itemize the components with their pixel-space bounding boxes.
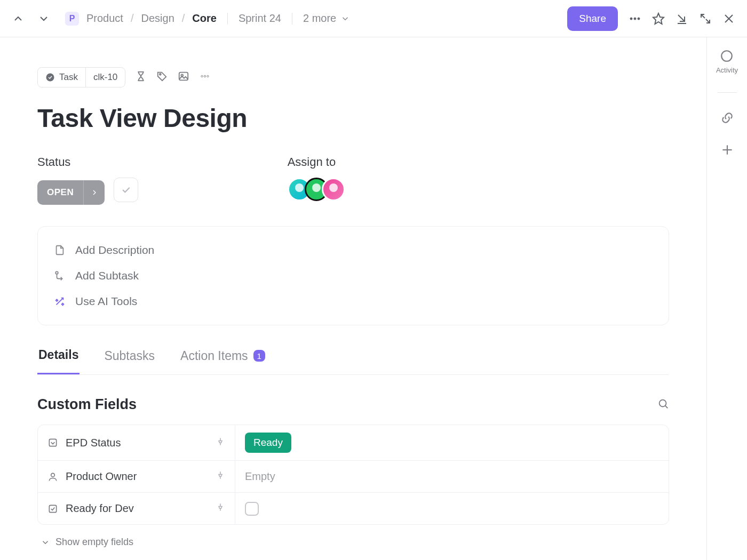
- svg-line-4: [678, 15, 685, 21]
- custom-fields-table: EPD Status Ready Product Owner Empty Rea…: [37, 425, 669, 525]
- nav-next-icon[interactable]: [37, 12, 50, 25]
- more-icon[interactable]: [629, 12, 641, 25]
- svg-point-25: [51, 473, 55, 477]
- add-description-label: Add Description: [75, 244, 154, 257]
- tab-details[interactable]: Details: [37, 348, 80, 374]
- svg-rect-15: [179, 73, 188, 81]
- quick-actions: Add Description Add Subtask Use AI Tools: [37, 226, 669, 325]
- svg-point-19: [207, 75, 209, 77]
- empty-label: Empty: [245, 470, 275, 483]
- svg-rect-23: [49, 439, 56, 446]
- table-row: EPD Status Ready: [38, 425, 669, 461]
- breadcrumb-item[interactable]: Product: [86, 12, 123, 25]
- breadcrumb-separator: /: [131, 12, 134, 25]
- task-type-label: Task: [59, 72, 78, 83]
- tab-action-items[interactable]: Action Items 1: [179, 348, 266, 374]
- nav-prev-icon[interactable]: [12, 12, 25, 25]
- add-subtask-label: Add Subtask: [75, 269, 139, 282]
- share-button[interactable]: Share: [567, 6, 618, 31]
- collapse-icon[interactable]: [699, 12, 712, 25]
- task-type-chip[interactable]: Task clk-10: [37, 67, 125, 87]
- chevron-right-icon[interactable]: [83, 180, 105, 205]
- status-tag: Ready: [245, 433, 291, 453]
- svg-point-14: [160, 74, 161, 75]
- svg-marker-3: [653, 13, 664, 24]
- task-title[interactable]: Task View Design: [37, 103, 669, 133]
- search-icon[interactable]: [657, 398, 669, 412]
- svg-point-13: [46, 74, 54, 82]
- breadcrumb-item[interactable]: Design: [141, 12, 174, 25]
- activity-label: Activity: [716, 66, 738, 74]
- checkbox[interactable]: [245, 502, 259, 516]
- add-button[interactable]: [720, 143, 734, 157]
- table-row: Ready for Dev: [38, 493, 669, 524]
- svg-line-7: [706, 19, 710, 23]
- svg-point-0: [630, 18, 632, 20]
- breadcrumb-separator: /: [182, 12, 185, 25]
- topbar: P Product / Design / Core Sprint 24 2 mo…: [0, 0, 747, 37]
- assign-section: Assign to: [288, 155, 345, 205]
- task-content: Task clk-10 Task View Design Status OPEN: [0, 37, 706, 560]
- status-value: OPEN: [37, 187, 83, 198]
- action-items-count: 1: [253, 350, 265, 362]
- image-icon[interactable]: [178, 70, 189, 84]
- mark-done-button[interactable]: [114, 178, 138, 202]
- pin-icon[interactable]: [216, 437, 225, 449]
- assign-heading: Assign to: [288, 155, 345, 169]
- workspace-badge[interactable]: P: [65, 12, 79, 26]
- status-section: Status OPEN: [37, 155, 138, 205]
- field-value[interactable]: [235, 493, 669, 524]
- add-subtask-button[interactable]: Add Subtask: [54, 263, 653, 289]
- task-chip-row: Task clk-10: [37, 67, 669, 87]
- show-empty-fields-button[interactable]: Show empty fields: [37, 537, 669, 548]
- tabs: Details Subtasks Action Items 1: [37, 348, 669, 375]
- table-row: Product Owner Empty: [38, 461, 669, 493]
- svg-point-20: [55, 271, 58, 274]
- breadcrumb-more[interactable]: 2 more: [303, 12, 350, 25]
- field-name: Product Owner: [66, 470, 137, 483]
- custom-fields-heading: Custom Fields: [37, 396, 137, 413]
- field-name: Ready for Dev: [66, 502, 134, 515]
- svg-line-22: [665, 405, 668, 408]
- svg-point-10: [722, 51, 733, 61]
- divider: [292, 13, 292, 25]
- svg-point-21: [659, 399, 666, 406]
- star-icon[interactable]: [652, 12, 665, 25]
- ai-tools-button[interactable]: Use AI Tools: [54, 289, 653, 314]
- download-icon[interactable]: [676, 12, 688, 25]
- svg-point-18: [204, 75, 206, 77]
- assignee-avatars[interactable]: [288, 178, 345, 201]
- close-icon[interactable]: [722, 12, 735, 25]
- right-rail: Activity: [706, 37, 747, 560]
- svg-rect-27: [49, 505, 56, 512]
- link-button[interactable]: [720, 111, 734, 125]
- tab-action-items-label: Action Items: [180, 349, 248, 363]
- pin-icon[interactable]: [216, 470, 225, 483]
- ai-tools-label: Use AI Tools: [75, 295, 137, 308]
- svg-point-1: [634, 18, 636, 20]
- avatar[interactable]: [322, 178, 345, 201]
- svg-point-17: [201, 75, 203, 77]
- activity-button[interactable]: Activity: [716, 49, 738, 74]
- breadcrumb: P Product / Design / Core Sprint 24 2 mo…: [65, 12, 350, 26]
- more-icon[interactable]: [199, 70, 211, 84]
- task-id[interactable]: clk-10: [85, 68, 125, 87]
- pin-icon[interactable]: [216, 502, 225, 515]
- breadcrumb-more-label: 2 more: [303, 12, 336, 25]
- divider: [718, 92, 737, 93]
- breadcrumb-item-active[interactable]: Core: [192, 12, 217, 25]
- svg-point-2: [638, 18, 640, 20]
- status-heading: Status: [37, 155, 138, 169]
- show-empty-label: Show empty fields: [55, 537, 133, 548]
- tab-subtasks[interactable]: Subtasks: [103, 348, 156, 374]
- field-value[interactable]: Ready: [235, 425, 669, 460]
- status-button[interactable]: OPEN: [37, 180, 105, 205]
- svg-line-6: [701, 14, 705, 18]
- divider: [227, 13, 228, 25]
- field-value[interactable]: Empty: [235, 461, 669, 492]
- timer-icon[interactable]: [135, 70, 147, 84]
- breadcrumb-sprint[interactable]: Sprint 24: [239, 12, 281, 25]
- tag-icon[interactable]: [156, 70, 168, 84]
- add-description-button[interactable]: Add Description: [54, 237, 653, 263]
- field-name: EPD Status: [66, 437, 121, 449]
